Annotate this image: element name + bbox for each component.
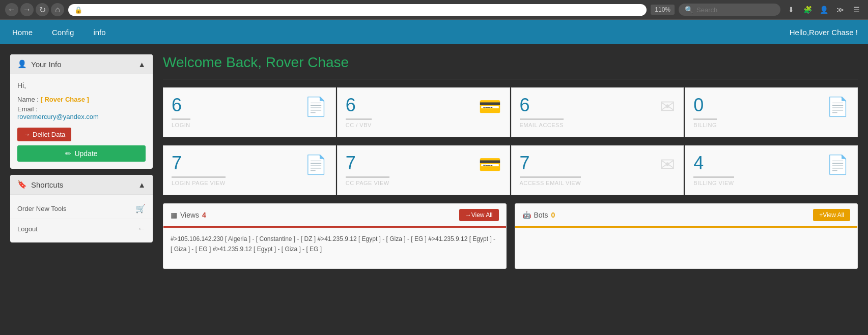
back-button[interactable]: ← xyxy=(5,3,18,16)
order-tools-label: Order New Tools xyxy=(17,205,67,212)
views-card-header: ▦ Views 4 →View All xyxy=(163,204,506,228)
delete-label: Dellet Data xyxy=(33,131,65,138)
stat-email-icon: ✉ xyxy=(660,96,675,117)
stat-login: 6 LOGIN 📄 xyxy=(163,87,336,137)
stat-billing-left: 0 BILLING xyxy=(693,96,717,129)
navbar-greeting: Hello,Rover Chase ! xyxy=(790,28,858,37)
stat-login-view-icon: 📄 xyxy=(304,154,327,175)
welcome-heading: Welcome Back, Rover Chase xyxy=(163,54,858,71)
search-bar[interactable]: 🔍 xyxy=(679,4,780,16)
menu-icon[interactable]: ☰ xyxy=(850,3,863,16)
stat-login-view-label: LOGIN PAGE VIEW xyxy=(172,176,226,186)
shortcuts-header-left: 🔖 Shortcuts xyxy=(17,180,63,189)
views-view-all-button[interactable]: →View All xyxy=(459,209,499,221)
stat-login-label: LOGIN xyxy=(172,118,190,128)
stat-login-number: 6 xyxy=(172,96,190,114)
download-icon[interactable]: ⬇ xyxy=(785,3,798,16)
search-input[interactable] xyxy=(696,6,768,14)
update-label: Update xyxy=(74,149,97,158)
main-layout: 👤 Your Info ▲ Hi, Name : [ Rover Chase ]… xyxy=(0,44,868,333)
browser-chrome: ← → ↻ ⌂ 🔒 localhost/account-verification… xyxy=(0,0,868,20)
navbar: Home Config info Hello,Rover Chase ! xyxy=(0,20,868,44)
stat-billing-view-label: BILLING VIEW xyxy=(693,176,734,186)
stat-billing-view-icon: 📄 xyxy=(826,154,849,175)
shortcuts-collapse-icon[interactable]: ▲ xyxy=(138,180,146,189)
bots-count: 0 xyxy=(551,211,555,219)
views-card-title: ▦ Views 4 xyxy=(171,211,206,219)
your-info-title: Your Info xyxy=(31,60,62,69)
shortcuts-list: Order New Tools 🛒 Logout ← xyxy=(10,195,153,242)
stat-billing: 0 BILLING 📄 xyxy=(685,87,858,137)
reload-button[interactable]: ↻ xyxy=(36,3,49,16)
nav-config[interactable]: Config xyxy=(50,21,76,44)
user-icon: 👤 xyxy=(17,59,27,69)
welcome-divider xyxy=(163,79,858,79)
more-icon[interactable]: ≫ xyxy=(833,3,847,16)
content-area: Welcome Back, Rover Chase 6 LOGIN 📄 6 CC… xyxy=(163,54,858,323)
bottom-cards: ▦ Views 4 →View All #>105.106.142.230 [ … xyxy=(163,203,858,269)
table-icon: ▦ xyxy=(171,211,177,219)
views-label: Views xyxy=(180,211,199,219)
shortcut-logout[interactable]: Logout ← xyxy=(10,219,153,238)
stat-cc: 6 CC / VBV 💳 xyxy=(337,87,510,137)
your-info-body: Hi, Name : [ Rover Chase ] Email : rover… xyxy=(10,74,153,169)
email-label: Email : xyxy=(17,105,38,113)
shortcut-order-tools[interactable]: Order New Tools 🛒 xyxy=(10,199,153,219)
forward-button[interactable]: → xyxy=(20,3,34,16)
pencil-icon: ✏ xyxy=(65,149,71,158)
logout-arrow-icon: ← xyxy=(137,224,146,233)
arrow-icon: → xyxy=(23,131,30,138)
name-value: [ Rover Chase ] xyxy=(41,96,89,103)
stat-email-view-left: 7 ACCESS EMAIL VIEW xyxy=(520,154,581,187)
address-bar[interactable]: 🔒 localhost/account-verification/admin/i… xyxy=(68,4,647,16)
stat-billing-view-left: 4 BILLING VIEW xyxy=(693,154,734,187)
name-label: Name : xyxy=(17,96,39,103)
collapse-icon[interactable]: ▲ xyxy=(138,60,146,69)
stat-login-view-left: 7 LOGIN PAGE VIEW xyxy=(172,154,226,187)
bots-view-all-button[interactable]: +View All xyxy=(813,209,850,221)
bots-card: 🤖 Bots 0 +View All xyxy=(515,203,858,269)
url-input[interactable]: localhost/account-verification/admin/ind… xyxy=(86,6,640,14)
stat-billing-view: 4 BILLING VIEW 📄 xyxy=(685,145,858,195)
views-count: 4 xyxy=(202,211,206,219)
stat-email-view-label: ACCESS EMAIL VIEW xyxy=(520,176,581,186)
bots-card-header: 🤖 Bots 0 +View All xyxy=(515,204,858,228)
zoom-indicator: 110% xyxy=(651,5,675,15)
shortcuts-card: 🔖 Shortcuts ▲ Order New Tools 🛒 Logout ← xyxy=(10,175,153,242)
stat-email-view-icon: ✉ xyxy=(660,154,675,175)
stat-email-number: 6 xyxy=(520,96,564,114)
bots-card-body xyxy=(515,228,858,268)
profile-icon[interactable]: 👤 xyxy=(817,3,830,16)
views-card-body: #>105.106.142.230 [ Algeria ] - [ Consta… xyxy=(163,228,506,268)
nav-info[interactable]: info xyxy=(91,21,107,44)
stat-cc-view: 7 CC PAGE VIEW 💳 xyxy=(337,145,510,195)
name-row: Name : [ Rover Chase ] xyxy=(17,96,146,103)
stat-billing-number: 0 xyxy=(693,96,717,114)
your-info-card: 👤 Your Info ▲ Hi, Name : [ Rover Chase ]… xyxy=(10,54,153,169)
bots-card-title: 🤖 Bots 0 xyxy=(522,211,555,219)
views-card: ▦ Views 4 →View All #>105.106.142.230 [ … xyxy=(163,203,507,269)
your-info-header-left: 👤 Your Info xyxy=(17,59,62,69)
home-button[interactable]: ⌂ xyxy=(51,3,64,16)
hi-text: Hi, xyxy=(17,81,146,89)
stat-cc-view-number: 7 xyxy=(346,154,389,172)
stat-cc-icon: 💳 xyxy=(479,96,501,117)
stat-cc-left: 6 CC / VBV xyxy=(346,96,372,129)
stat-login-left: 6 LOGIN xyxy=(172,96,190,129)
bookmark-icon: 🔖 xyxy=(17,180,27,189)
stat-email-label: EMAIL ACCESS xyxy=(520,118,564,128)
delete-button[interactable]: → Dellet Data xyxy=(17,128,71,141)
update-button[interactable]: ✏ Update xyxy=(17,145,146,162)
stat-login-view: 7 LOGIN PAGE VIEW 📄 xyxy=(163,145,336,195)
stat-billing-view-number: 4 xyxy=(693,154,734,172)
stat-email-view: 7 ACCESS EMAIL VIEW ✉ xyxy=(511,145,684,195)
stat-login-icon: 📄 xyxy=(304,96,327,117)
bots-label: Bots xyxy=(534,211,548,219)
logout-label: Logout xyxy=(17,225,38,233)
stat-billing-label: BILLING xyxy=(693,118,717,128)
stat-email-left: 6 EMAIL ACCESS xyxy=(520,96,564,129)
sidebar: 👤 Your Info ▲ Hi, Name : [ Rover Chase ]… xyxy=(10,54,153,323)
nav-home[interactable]: Home xyxy=(10,21,35,44)
puzzle-icon[interactable]: 🧩 xyxy=(801,3,814,16)
cart-icon: 🛒 xyxy=(135,204,146,214)
